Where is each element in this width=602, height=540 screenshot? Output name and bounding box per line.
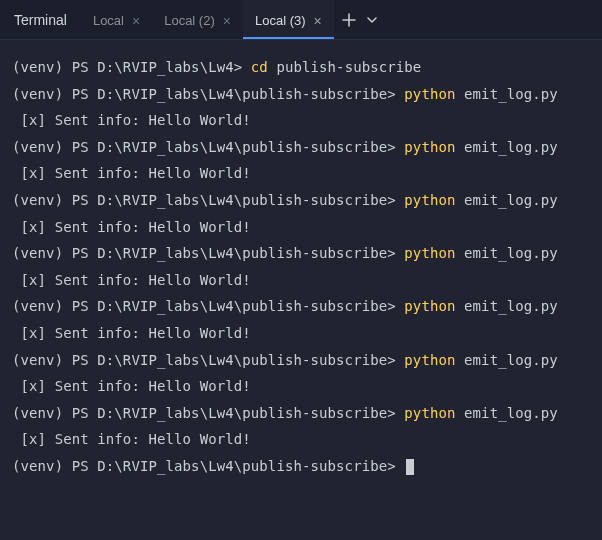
close-icon[interactable]: × [314, 14, 322, 28]
tab-local-3[interactable]: Local (3) × [243, 0, 334, 39]
terminal-line: [x] Sent info: Hello World! [12, 107, 590, 134]
terminal-line: (venv) PS D:\RVIP_labs\Lw4\publish-subsc… [12, 293, 590, 320]
chevron-down-icon[interactable] [366, 14, 378, 26]
terminal-line: [x] Sent info: Hello World! [12, 214, 590, 241]
tab-label: Local (2) [164, 13, 215, 28]
terminal-line: (venv) PS D:\RVIP_labs\Lw4\publish-subsc… [12, 81, 590, 108]
cursor-icon [406, 459, 414, 475]
tab-label: Local (3) [255, 13, 306, 28]
terminal-line: [x] Sent info: Hello World! [12, 160, 590, 187]
terminal-line: (venv) PS D:\RVIP_labs\Lw4\publish-subsc… [12, 187, 590, 214]
terminal-output[interactable]: (venv) PS D:\RVIP_labs\Lw4> cd publish-s… [0, 40, 602, 490]
new-tab-icon[interactable] [342, 13, 356, 27]
terminal-line: (venv) PS D:\RVIP_labs\Lw4\publish-subsc… [12, 453, 590, 480]
terminal-line: (venv) PS D:\RVIP_labs\Lw4\publish-subsc… [12, 240, 590, 267]
terminal-tab-bar: Terminal Local × Local (2) × Local (3) × [0, 0, 602, 40]
tab-label: Local [93, 13, 124, 28]
terminal-line: [x] Sent info: Hello World! [12, 373, 590, 400]
terminal-line: (venv) PS D:\RVIP_labs\Lw4\publish-subsc… [12, 134, 590, 161]
terminal-line: [x] Sent info: Hello World! [12, 267, 590, 294]
terminal-line: (venv) PS D:\RVIP_labs\Lw4\publish-subsc… [12, 347, 590, 374]
terminal-line: (venv) PS D:\RVIP_labs\Lw4> cd publish-s… [12, 54, 590, 81]
close-icon[interactable]: × [223, 14, 231, 28]
close-icon[interactable]: × [132, 14, 140, 28]
panel-title: Terminal [0, 12, 81, 28]
terminal-line: [x] Sent info: Hello World! [12, 320, 590, 347]
tab-local-1[interactable]: Local × [81, 0, 152, 39]
tab-local-2[interactable]: Local (2) × [152, 0, 243, 39]
terminal-line: (venv) PS D:\RVIP_labs\Lw4\publish-subsc… [12, 400, 590, 427]
tab-actions [334, 13, 386, 27]
terminal-line: [x] Sent info: Hello World! [12, 426, 590, 453]
